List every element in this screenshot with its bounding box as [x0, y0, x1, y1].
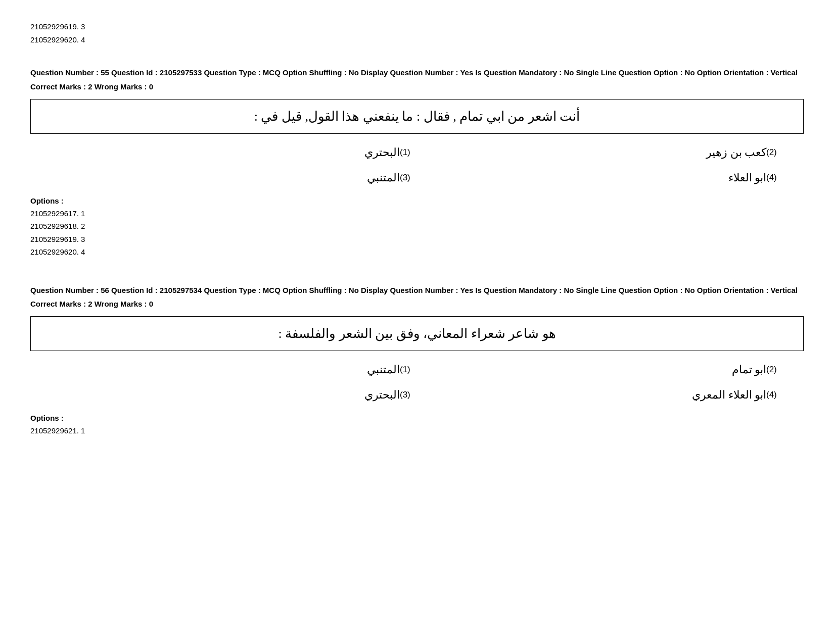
question-55-text: أنت اشعر من ابي تمام , فقال : ما ينفعني … — [30, 99, 804, 134]
question-55-options-list: 21052929617. 1 21052929618. 2 2105292961… — [30, 207, 804, 259]
question-55-option-4: (4) ابو العلاء — [417, 171, 783, 184]
question-56-options-list: 21052929621. 1 — [30, 424, 804, 437]
question-55-options-grid: (1) البحتري (2) كعب بن زهير (3) المتنبي … — [51, 146, 783, 184]
q55-opt-list-2: 21052929618. 2 — [30, 220, 804, 233]
q55-opt-list-1: 21052929617. 1 — [30, 207, 804, 220]
q56-opt-list-1: 21052929621. 1 — [30, 424, 804, 437]
q56-option-4-text: ابو العلاء المعري — [692, 388, 766, 402]
question-55-marks: Correct Marks : 2 Wrong Marks : 0 — [30, 82, 804, 91]
q55-opt-list-4: 21052929620. 4 — [30, 245, 804, 259]
option-4-num: (4) — [766, 173, 780, 183]
question-55-option-2: (2) كعب بن زهير — [417, 146, 783, 159]
top-option-line-1: 21052929619. 3 — [30, 20, 804, 33]
question-55-block: Question Number : 55 Question Id : 21052… — [30, 66, 804, 259]
question-55-option-1: (1) البحتري — [51, 146, 417, 159]
option-1-num: (1) — [400, 147, 414, 158]
question-56-block: Question Number : 56 Question Id : 21052… — [30, 284, 804, 437]
q56-option-4-num: (4) — [766, 390, 780, 400]
option-1-text: البحتري — [364, 146, 400, 159]
option-3-text: المتنبي — [367, 171, 400, 184]
question-55-meta: Question Number : 55 Question Id : 21052… — [30, 66, 804, 79]
question-56-option-3: (3) البحتري — [51, 388, 417, 402]
q55-opt-list-3: 21052929619. 3 — [30, 233, 804, 246]
option-4-text: ابو العلاء — [728, 171, 767, 184]
q56-option-1-text: المتنبي — [367, 363, 400, 376]
q56-option-2-num: (2) — [766, 365, 780, 375]
option-3-num: (3) — [400, 173, 414, 183]
q56-option-3-text: البحتري — [364, 388, 400, 402]
top-option-line-2: 21052929620. 4 — [30, 33, 804, 46]
q56-option-1-num: (1) — [400, 365, 414, 375]
question-56-options-grid: (1) المتنبي (2) ابو تمام (3) البحتري (4)… — [51, 363, 783, 402]
question-56-marks: Correct Marks : 2 Wrong Marks : 0 — [30, 300, 804, 308]
question-56-option-4: (4) ابو العلاء المعري — [417, 388, 783, 402]
question-56-text: هو شاعر شعراء المعاني، وفق بين الشعر وال… — [30, 316, 804, 351]
question-56-options-label: Options : — [30, 414, 804, 422]
question-55-options-label: Options : — [30, 196, 804, 205]
question-56-option-2: (2) ابو تمام — [417, 363, 783, 376]
option-2-text: كعب بن زهير — [706, 146, 766, 159]
q56-option-3-num: (3) — [400, 390, 414, 400]
question-56-option-1: (1) المتنبي — [51, 363, 417, 376]
top-options-section: 21052929619. 3 21052929620. 4 — [30, 20, 804, 46]
option-2-num: (2) — [766, 147, 780, 158]
q56-option-2-text: ابو تمام — [732, 363, 767, 376]
question-56-meta: Question Number : 56 Question Id : 21052… — [30, 284, 804, 297]
question-55-option-3: (3) المتنبي — [51, 171, 417, 184]
